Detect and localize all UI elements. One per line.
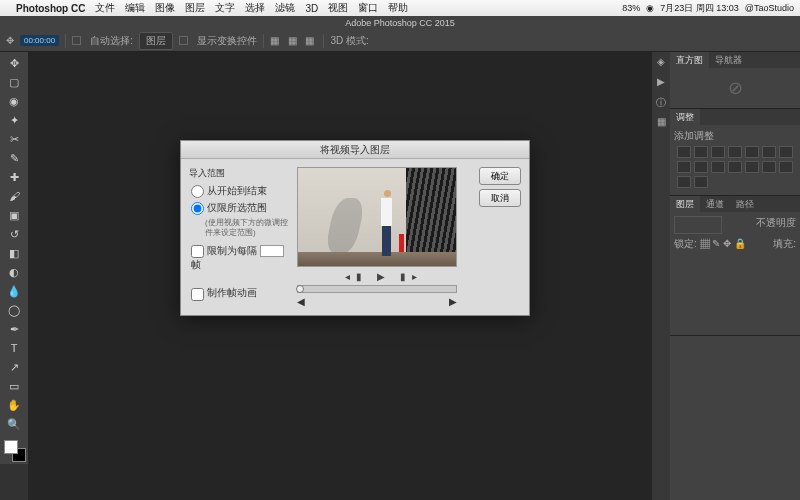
auto-select-checkbox[interactable]	[72, 36, 81, 45]
type-tool[interactable]: T	[2, 339, 26, 357]
path-tool[interactable]: ↗	[2, 358, 26, 376]
import-video-dialog: 将视频导入图层 导入范围 从开始到结束 仅限所选范围 (使用视频下方的微调控件来…	[180, 140, 530, 316]
dialog-title: 将视频导入图层	[181, 141, 529, 159]
menu-file[interactable]: 文件	[95, 1, 115, 15]
limit-frames-input[interactable]	[260, 245, 284, 257]
battery-status[interactable]: 83%	[622, 3, 640, 13]
zoom-tool[interactable]: 🔍	[2, 415, 26, 433]
color-swatches[interactable]	[2, 438, 26, 462]
menu-filter[interactable]: 滤镜	[275, 1, 295, 15]
range-hint: (使用视频下方的微调控件来设定范围)	[189, 218, 289, 238]
lock-label: 锁定:	[674, 238, 697, 249]
range-in-marker[interactable]: ◀	[297, 296, 305, 307]
menu-type[interactable]: 文字	[215, 1, 235, 15]
tab-navigator[interactable]: 导航器	[709, 52, 748, 68]
layers-panel: 图层 通道 路径 不透明度 锁定: ▦ ✎ ✥ 🔒 填充:	[670, 196, 800, 336]
lasso-tool[interactable]: ◉	[2, 92, 26, 110]
show-transform-label: 显示变换控件	[197, 34, 257, 48]
shape-tool[interactable]: ▭	[2, 377, 26, 395]
tab-paths[interactable]: 路径	[730, 196, 760, 212]
clock[interactable]: 7月23日 周四 13:03	[660, 2, 739, 15]
menu-3d[interactable]: 3D	[305, 3, 318, 14]
stamp-tool[interactable]: ▣	[2, 206, 26, 224]
blur-tool[interactable]: 💧	[2, 282, 26, 300]
scrub-bar[interactable]	[297, 285, 457, 293]
histogram-empty-icon: ⊘	[670, 68, 800, 108]
menu-layer[interactable]: 图层	[185, 1, 205, 15]
tab-layers[interactable]: 图层	[670, 196, 700, 212]
wifi-icon[interactable]: ◉	[646, 3, 654, 13]
toolbox: ✥ ▢ ◉ ✦ ✂ ✎ ✚ 🖌 ▣ ↺ ◧ ◐ 💧 ◯ ✒ T ↗ ▭ ✋ 🔍	[0, 52, 28, 464]
hand-tool[interactable]: ✋	[2, 396, 26, 414]
mode-3d-label: 3D 模式:	[330, 34, 368, 48]
gradient-tool[interactable]: ◐	[2, 263, 26, 281]
dodge-tool[interactable]: ◯	[2, 301, 26, 319]
video-preview	[297, 167, 457, 267]
eraser-tool[interactable]: ◧	[2, 244, 26, 262]
wand-tool[interactable]: ✦	[2, 111, 26, 129]
fill-label: 填充:	[773, 237, 796, 251]
adjustment-icons[interactable]	[674, 143, 796, 191]
show-transform-checkbox[interactable]	[179, 36, 188, 45]
pen-tool[interactable]: ✒	[2, 320, 26, 338]
panel-dock: ◈ ▶ ⓘ ▦	[652, 52, 670, 500]
history-brush-tool[interactable]: ↺	[2, 225, 26, 243]
tab-histogram[interactable]: 直方图	[670, 52, 709, 68]
menu-window[interactable]: 窗口	[358, 1, 378, 15]
swatches-icon[interactable]: ▦	[654, 116, 668, 130]
adjustments-panel: 调整 添加调整	[670, 109, 800, 196]
eyedropper-tool[interactable]: ✎	[2, 149, 26, 167]
options-bar: ✥ 00:00:00 自动选择: 图层 显示变换控件 ▦ ▦ ▦ 3D 模式:	[0, 30, 800, 52]
scrub-thumb[interactable]	[296, 285, 304, 293]
menu-edit[interactable]: 编辑	[125, 1, 145, 15]
opt-selected-range[interactable]: 仅限所选范围	[189, 201, 289, 215]
opt-from-beginning[interactable]: 从开始到结束	[189, 184, 289, 198]
fg-color[interactable]	[4, 440, 18, 454]
auto-select-label: 自动选择:	[90, 34, 133, 48]
opt-make-animation[interactable]: 制作帧动画	[189, 286, 289, 300]
add-adjustment-label: 添加调整	[674, 129, 796, 143]
menu-view[interactable]: 视图	[328, 1, 348, 15]
lock-icons[interactable]: ▦ ✎ ✥ 🔒	[700, 238, 746, 249]
menu-help[interactable]: 帮助	[388, 1, 408, 15]
cancel-button[interactable]: 取消	[479, 189, 521, 207]
app-name[interactable]: Photoshop CC	[16, 3, 85, 14]
tab-adjustments[interactable]: 调整	[670, 109, 700, 125]
move-tool-icon[interactable]: ✥	[6, 35, 14, 46]
opt-limit-frames[interactable]: 限制为每隔帧	[189, 244, 289, 272]
right-panels: ◈ ▶ ⓘ ▦ 直方图 导航器 ⊘ 调整 添加调整 图层 通	[652, 52, 800, 500]
tab-channels[interactable]: 通道	[700, 196, 730, 212]
mac-menubar: Photoshop CC 文件 编辑 图像 图层 文字 选择 滤镜 3D 视图 …	[0, 0, 800, 16]
menu-image[interactable]: 图像	[155, 1, 175, 15]
timecode: 00:00:00	[20, 35, 59, 46]
window-title: Adobe Photoshop CC 2015	[0, 16, 800, 30]
brush-tool[interactable]: 🖌	[2, 187, 26, 205]
ok-button[interactable]: 确定	[479, 167, 521, 185]
histogram-panel: 直方图 导航器 ⊘	[670, 52, 800, 109]
marquee-tool[interactable]: ▢	[2, 73, 26, 91]
actions-icon[interactable]: ▶	[654, 76, 668, 90]
move-tool[interactable]: ✥	[2, 54, 26, 72]
menu-select[interactable]: 选择	[245, 1, 265, 15]
align-icons[interactable]: ▦ ▦ ▦	[270, 35, 318, 46]
crop-tool[interactable]: ✂	[2, 130, 26, 148]
user-name[interactable]: @TaoStudio	[745, 3, 794, 13]
import-range-label: 导入范围	[189, 167, 289, 180]
auto-select-target[interactable]: 图层	[139, 32, 173, 50]
range-out-marker[interactable]: ▶	[449, 296, 457, 307]
next-frame-button[interactable]: ▮▸	[400, 271, 423, 282]
info-icon[interactable]: ⓘ	[654, 96, 668, 110]
heal-tool[interactable]: ✚	[2, 168, 26, 186]
history-icon[interactable]: ◈	[654, 56, 668, 70]
prev-frame-button[interactable]: ◂▮	[345, 271, 368, 282]
opacity-label: 不透明度	[756, 217, 796, 228]
blend-mode[interactable]	[674, 216, 722, 234]
play-button[interactable]: ▶	[377, 271, 391, 282]
